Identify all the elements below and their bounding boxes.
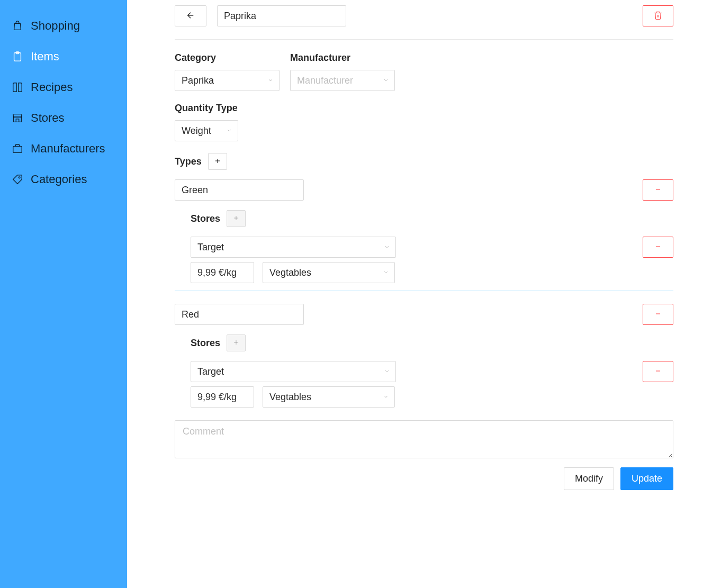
- sidebar-item-shopping[interactable]: Shopping: [0, 11, 127, 41]
- minus-icon: [654, 310, 662, 319]
- chevron-down-icon: [383, 267, 389, 278]
- comment-textarea[interactable]: [175, 420, 673, 458]
- category-select[interactable]: Paprika: [175, 70, 280, 91]
- section-select[interactable]: Vegtables: [263, 262, 395, 283]
- remove-store-button[interactable]: [643, 361, 673, 382]
- sidebar-item-label: Stores: [31, 111, 65, 125]
- sidebar-item-categories[interactable]: Categories: [0, 164, 127, 195]
- stores-label: Stores: [191, 338, 220, 349]
- quantity-type-group: Quantity Type Weight: [175, 103, 238, 141]
- delete-item-button[interactable]: [643, 5, 673, 26]
- type-row: [175, 179, 673, 201]
- stores-header: Stores: [191, 334, 673, 351]
- category-label: Category: [175, 52, 280, 64]
- quantity-type-row: Quantity Type Weight: [175, 103, 673, 141]
- category-value: Paprika: [182, 75, 214, 86]
- sidebar-item-label: Manufacturers: [31, 142, 105, 156]
- minus-icon: [654, 367, 662, 376]
- sidebar-item-recipes[interactable]: Recipes: [0, 72, 127, 103]
- type-name-input[interactable]: [175, 304, 304, 325]
- manufacturer-group: Manufacturer Manufacturer: [290, 52, 395, 91]
- minus-icon: [654, 243, 662, 252]
- store-value: Target: [197, 242, 224, 253]
- sidebar-item-label: Categories: [31, 173, 87, 186]
- section-value: Vegtables: [269, 392, 311, 403]
- add-store-button[interactable]: [227, 210, 246, 227]
- chevron-down-icon: [383, 392, 389, 403]
- sidebar-item-manufacturers[interactable]: Manufacturers: [0, 133, 127, 164]
- manufacturer-select[interactable]: Manufacturer: [290, 70, 395, 91]
- sidebar-item-label: Recipes: [31, 80, 73, 94]
- price-row: Vegtables: [191, 386, 673, 408]
- svg-point-3: [19, 177, 20, 178]
- add-type-button[interactable]: [208, 153, 227, 170]
- store-block: Stores Target: [175, 210, 673, 283]
- price-input[interactable]: [191, 262, 254, 283]
- type-divider: [175, 291, 673, 291]
- type-block: Stores Target: [175, 304, 673, 408]
- chevron-down-icon: [384, 242, 390, 253]
- chevron-down-icon: [226, 125, 232, 137]
- add-store-button[interactable]: [227, 334, 246, 351]
- chevron-down-icon: [267, 75, 274, 86]
- store-row: Target: [191, 237, 673, 258]
- section-select[interactable]: Vegtables: [263, 386, 395, 408]
- plus-icon: [232, 339, 240, 348]
- chevron-down-icon: [384, 366, 390, 377]
- chevron-down-icon: [383, 75, 389, 86]
- quantity-type-select[interactable]: Weight: [175, 120, 238, 141]
- sidebar-item-label: Shopping: [31, 19, 80, 33]
- stores-header: Stores: [191, 210, 673, 227]
- update-button[interactable]: Update: [620, 467, 673, 490]
- back-button[interactable]: [175, 5, 206, 26]
- manufacturer-placeholder: Manufacturer: [297, 75, 353, 86]
- manufacturer-label: Manufacturer: [290, 52, 395, 64]
- stores-label: Stores: [191, 213, 220, 224]
- footer: Modify Update: [175, 467, 673, 490]
- minus-icon: [654, 186, 662, 195]
- type-row: [175, 304, 673, 325]
- category-manufacturer-row: Category Paprika Manufacturer Manufactur…: [175, 52, 673, 91]
- store-block: Stores Target: [175, 334, 673, 408]
- main-content: Category Paprika Manufacturer Manufactur…: [127, 0, 721, 588]
- header-row: [175, 5, 673, 26]
- sidebar: Shopping Items Recipes Stores Manufactur…: [0, 0, 127, 588]
- tag-icon: [12, 174, 23, 185]
- store-select[interactable]: Target: [191, 361, 396, 382]
- store-row: Target: [191, 361, 673, 382]
- book-icon: [12, 82, 23, 93]
- category-group: Category Paprika: [175, 52, 280, 91]
- sidebar-item-label: Items: [31, 50, 59, 64]
- arrow-left-icon: [186, 11, 195, 22]
- types-label: Types: [175, 156, 202, 167]
- trash-icon: [653, 11, 663, 22]
- store-value: Target: [197, 366, 224, 377]
- modify-button[interactable]: Modify: [564, 467, 614, 490]
- svg-rect-2: [13, 146, 22, 152]
- remove-type-button[interactable]: [643, 179, 673, 201]
- quantity-type-value: Weight: [182, 125, 211, 137]
- clipboard-icon: [12, 51, 23, 62]
- price-input[interactable]: [191, 386, 254, 408]
- briefcase-icon: [12, 143, 23, 155]
- quantity-type-label: Quantity Type: [175, 103, 238, 114]
- type-name-input[interactable]: [175, 179, 304, 201]
- sidebar-item-items[interactable]: Items: [0, 41, 127, 72]
- plus-icon: [214, 157, 221, 166]
- store-icon: [12, 112, 23, 124]
- plus-icon: [232, 214, 240, 223]
- remove-type-button[interactable]: [643, 304, 673, 325]
- sidebar-item-stores[interactable]: Stores: [0, 103, 127, 133]
- divider: [175, 39, 673, 40]
- type-block: Stores Target: [175, 179, 673, 283]
- types-header: Types: [175, 153, 673, 170]
- section-value: Vegtables: [269, 267, 311, 278]
- item-name-input[interactable]: [217, 5, 346, 26]
- store-select[interactable]: Target: [191, 237, 396, 258]
- price-row: Vegtables: [191, 262, 673, 283]
- shopping-bag-icon: [12, 20, 23, 32]
- remove-store-button[interactable]: [643, 237, 673, 258]
